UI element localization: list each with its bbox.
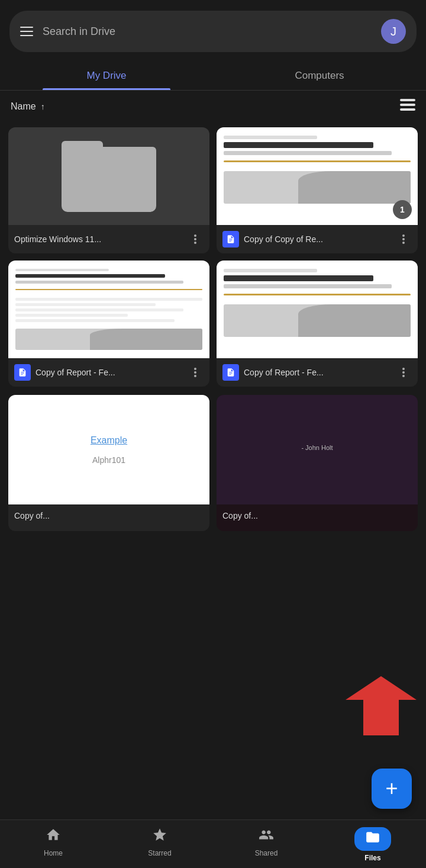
more-options-button[interactable] xyxy=(187,231,204,247)
preview-subtitle xyxy=(224,151,392,155)
preview-accent xyxy=(224,294,411,295)
doc-preview xyxy=(217,127,418,225)
nav-label-starred: Starred xyxy=(148,849,171,857)
doc-type-icon xyxy=(14,364,31,381)
folder-thumbnail xyxy=(8,127,209,225)
preview-subtitle xyxy=(15,281,183,284)
doc-thumbnail: 1 xyxy=(217,127,418,225)
file-info: Copy of... xyxy=(8,504,209,527)
sort-label-text: Name xyxy=(11,101,36,112)
bottom-nav: Home Starred Shared Files xyxy=(0,819,426,868)
star-icon xyxy=(152,827,167,846)
dark-content: - John Holt xyxy=(294,437,340,463)
nav-item-shared[interactable]: Shared xyxy=(213,820,320,868)
sort-button[interactable]: Name ↑ xyxy=(11,101,45,112)
preview-line xyxy=(224,136,317,139)
files-icon xyxy=(354,827,391,851)
svg-marker-3 xyxy=(346,676,417,735)
example-link: Example xyxy=(91,435,127,446)
nav-label-files: Files xyxy=(364,854,380,862)
preview-title xyxy=(224,275,373,281)
more-options-button[interactable] xyxy=(395,231,412,247)
file-name: Copy of Report - Fe... xyxy=(244,367,390,378)
folder-shape xyxy=(62,141,156,212)
file-name: Optimize Windows 11... xyxy=(14,234,182,245)
example-content: Example Alphr101 xyxy=(91,395,127,504)
doc-thumbnail xyxy=(217,261,418,358)
preview-line xyxy=(224,269,317,272)
red-arrow-overlay xyxy=(346,676,417,738)
preview-accent xyxy=(15,289,202,290)
file-info: Copy of... xyxy=(217,504,418,527)
preview-image xyxy=(224,171,411,204)
home-icon xyxy=(46,827,61,846)
partial-row: Example Alphr101 Copy of... - John Holt … xyxy=(0,395,426,531)
doc-type-icon xyxy=(222,231,239,247)
tab-bar: My Drive Computers xyxy=(0,59,426,91)
doc-preview xyxy=(217,261,418,358)
file-name: Copy of... xyxy=(222,510,412,521)
version-badge: 1 xyxy=(393,200,412,219)
file-card-report-1[interactable]: Copy of Report - Fe... xyxy=(8,261,209,387)
sort-bar: Name ↑ xyxy=(0,91,426,123)
doc-preview xyxy=(8,261,209,358)
preview-line xyxy=(15,308,183,311)
file-info: Copy of Report - Fe... xyxy=(217,358,418,387)
svg-rect-2 xyxy=(400,108,415,111)
header: Search in Drive J xyxy=(0,0,426,59)
avatar[interactable]: J xyxy=(381,19,406,44)
file-card-dark-partial[interactable]: - John Holt Copy of... xyxy=(217,395,418,531)
doc-type-icon xyxy=(222,364,239,381)
file-card-report-2[interactable]: Copy of Report - Fe... xyxy=(217,261,418,387)
svg-rect-1 xyxy=(400,104,415,106)
nav-item-starred[interactable]: Starred xyxy=(106,820,213,868)
preview-subtitle xyxy=(224,284,392,288)
nav-item-files[interactable]: Files xyxy=(320,820,426,868)
svg-rect-0 xyxy=(400,99,415,101)
preview-line xyxy=(15,303,156,306)
fab-plus-icon: + xyxy=(385,778,398,799)
file-info: Optimize Windows 11... xyxy=(8,225,209,253)
more-options-button[interactable] xyxy=(187,364,204,381)
example-thumbnail: Example Alphr101 xyxy=(8,395,209,504)
file-info: Copy of Copy of Re... xyxy=(217,225,418,253)
preview-line xyxy=(15,319,175,322)
preview-line xyxy=(15,314,128,317)
files-grid: Optimize Windows 11... 1 Copy of xyxy=(0,123,426,395)
file-info: Copy of Report - Fe... xyxy=(8,358,209,387)
nav-label-home: Home xyxy=(44,849,63,857)
hamburger-icon[interactable] xyxy=(20,27,33,36)
file-name: Copy of Report - Fe... xyxy=(36,367,182,378)
file-card-example[interactable]: Example Alphr101 Copy of... xyxy=(8,395,209,531)
tab-computers[interactable]: Computers xyxy=(213,59,426,90)
people-icon xyxy=(259,827,274,846)
folder-body xyxy=(62,147,156,212)
tab-my-drive[interactable]: My Drive xyxy=(0,59,213,90)
sort-arrow-icon: ↑ xyxy=(41,102,45,111)
preview-image xyxy=(15,329,202,350)
search-bar[interactable]: Search in Drive J xyxy=(9,11,417,52)
file-card-copy-of-copy[interactable]: 1 Copy of Copy of Re... xyxy=(217,127,418,253)
preview-line xyxy=(15,298,202,301)
more-options-button[interactable] xyxy=(395,364,412,381)
preview-title xyxy=(15,274,165,278)
example-author: Alphr101 xyxy=(92,455,125,465)
list-view-icon[interactable] xyxy=(400,99,415,114)
preview-image xyxy=(224,304,411,337)
preview-title xyxy=(224,142,373,148)
preview-accent xyxy=(224,160,411,162)
search-input[interactable]: Search in Drive xyxy=(43,25,372,38)
file-name: Copy of... xyxy=(14,510,204,521)
file-name: Copy of Copy of Re... xyxy=(244,234,390,245)
nav-label-shared: Shared xyxy=(255,849,278,857)
preview-lines xyxy=(15,298,202,322)
dark-thumbnail: - John Holt xyxy=(217,395,418,504)
preview-line xyxy=(15,269,109,271)
doc-thumbnail xyxy=(8,261,209,358)
fab-add-button[interactable]: + xyxy=(372,769,412,809)
nav-item-home[interactable]: Home xyxy=(0,820,106,868)
file-card-folder-optimize[interactable]: Optimize Windows 11... xyxy=(8,127,209,253)
